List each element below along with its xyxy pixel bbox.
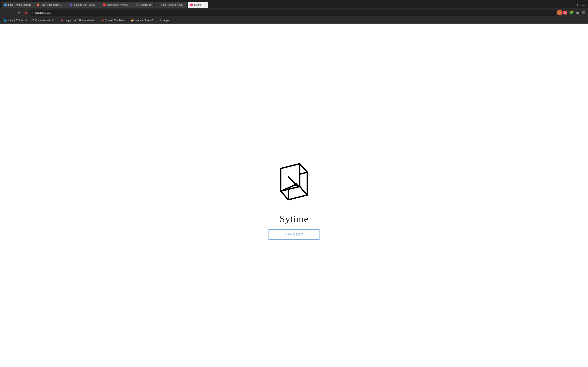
tab-sytime-close[interactable]: ✕ [204, 4, 205, 6]
address-text: localhost:3000 [34, 11, 554, 14]
bm-apps[interactable]: 🛡Apps [158, 18, 171, 22]
app-title: Sytime [279, 213, 309, 225]
tab-excalidraw[interactable]: Excalidraw [133, 2, 154, 8]
tab-submission[interactable]: Submission | Web3 Jam [100, 2, 133, 8]
tab-hack-favicon [36, 3, 39, 6]
tab-excalidraw-favicon [136, 3, 139, 6]
nav-right-icons: 🦁 ▲ 🧩 ▣ ☰ [557, 10, 586, 15]
bm-shimeji-icon: 🔖 [101, 19, 104, 22]
tab-files-label: Files - Web3 Storage [8, 3, 31, 6]
forward-button[interactable]: › [9, 10, 15, 16]
bm-shimeji[interactable]: 🔖Shimeji Simulation... [99, 18, 129, 22]
bm-login-label: Login [65, 19, 71, 22]
bm-apps-label: Apps [163, 19, 169, 22]
bm-home-label: home | アポガド6 [8, 18, 27, 22]
bm-chainsaw-label: Chainsaw Man Ch... [35, 19, 57, 22]
tab-judging-label: Judging Slot | Web3 Jam [74, 3, 97, 6]
cube-svg [268, 153, 320, 206]
tab-submission-favicon [103, 3, 105, 6]
navigation-bar: ‹ › ↻ 🔖 ℹ localhost:3000 🦁 ▲ 🧩 ▣ ☰ [0, 8, 588, 17]
page-content: Sytime CONNECT [0, 24, 588, 367]
bm-shimeji-label: Shimeji Simulation... [105, 19, 127, 22]
bm-login[interactable]: 🔖Login [59, 18, 72, 22]
tab-judging-favicon [70, 3, 72, 6]
brave-shield-badge: ▲ [563, 11, 567, 15]
tab-judging[interactable]: Judging Slot | Web3 Jam [67, 2, 100, 8]
reload-button[interactable]: ↻ [16, 10, 22, 16]
address-bar[interactable]: ℹ localhost:3000 [30, 9, 556, 16]
tab-submission-label: Submission | Web3 Jam [107, 3, 130, 6]
bm-home[interactable]: 🌐home | アポガド6 [2, 18, 28, 23]
tab-thirdrockengineering[interactable]: ThirdRockEngineering/Syt [155, 2, 187, 8]
new-tab-button[interactable]: + [575, 2, 580, 8]
bm-imported[interactable]: 📁Imported From Fir _ [129, 18, 158, 22]
tab-thirdrockengineering-favicon [157, 3, 160, 6]
tab-files[interactable]: Files - Web3 Storage [2, 2, 34, 8]
tab-bar: Files - Web3 StorageHack Submission & Ju… [0, 0, 588, 8]
tab-sytime[interactable]: Sytime✕ [188, 2, 208, 8]
app-logo [265, 151, 323, 208]
extensions-button[interactable]: 🧩 [568, 10, 574, 15]
bm-imported-label: Imported From Fir _ [135, 19, 156, 22]
browser-window: Files - Web3 StorageHack Submission & Ju… [0, 0, 588, 367]
tab-thirdrockengineering-label: ThirdRockEngineering/Syt [161, 3, 185, 6]
bm-home-icon: 🌐 [4, 19, 7, 22]
tab-excalidraw-label: Excalidraw [140, 3, 152, 6]
bookmarks-bar: 🌐home | アポガド6MCChainsaw Man Ch...🔖Login▶… [0, 17, 588, 24]
tab-extras-button[interactable]: ⋯ [581, 2, 586, 8]
bm-apps-icon: 🛡 [160, 19, 163, 22]
bm-1hour-label: 1 Hour - Made in... [77, 19, 97, 22]
tab-hack-label: Hack Submission & Judgin [41, 3, 64, 6]
tab-sytime-favicon [190, 3, 193, 6]
tab-files-favicon [4, 3, 7, 6]
bm-chainsaw[interactable]: MCChainsaw Man Ch... [29, 18, 59, 22]
menu-button[interactable]: ☰ [581, 10, 586, 15]
connect-button[interactable]: CONNECT [268, 229, 320, 240]
wallet-button[interactable]: ▣ [575, 10, 580, 15]
tab-hack[interactable]: Hack Submission & Judgin [34, 2, 67, 8]
bm-chainsaw-icon: MC [30, 19, 34, 22]
tab-sytime-label: Sytime [194, 3, 202, 6]
lock-icon: ℹ [32, 11, 33, 14]
brave-shield-icon[interactable]: 🦁 [557, 10, 562, 15]
bm-1hour[interactable]: ▶1 Hour - Made in... [73, 18, 99, 22]
bookmark-button[interactable]: 🔖 [23, 10, 29, 16]
back-button[interactable]: ‹ [2, 10, 8, 16]
bm-imported-icon: 📁 [131, 19, 134, 22]
bm-1hour-icon: ▶ [75, 19, 76, 22]
bm-login-icon: 🔖 [61, 19, 64, 22]
